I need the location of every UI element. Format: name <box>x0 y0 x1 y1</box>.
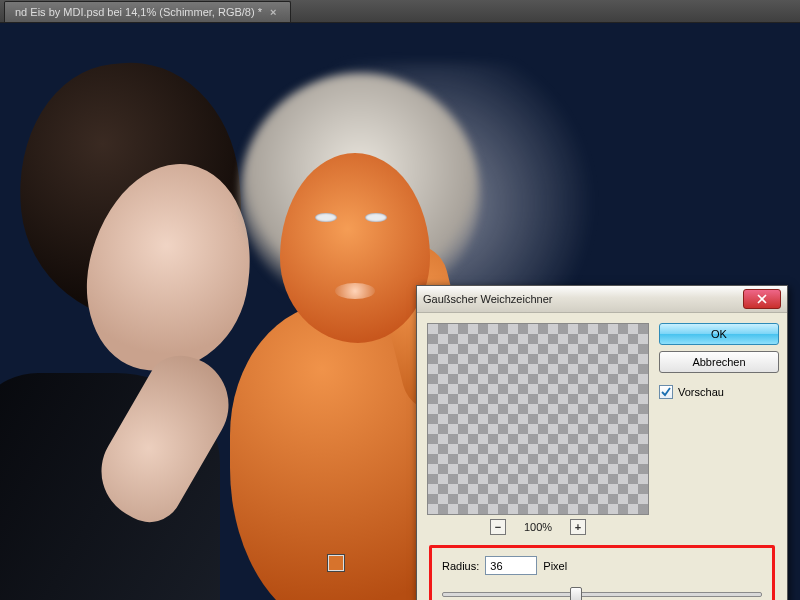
filter-preview[interactable] <box>427 323 649 515</box>
workspace: Gaußscher Weichzeichner − 100% + <box>0 23 800 600</box>
preview-checkbox-label: Vorschau <box>678 386 724 398</box>
document-tab-label: nd Eis by MDI.psd bei 14,1% (Schimmer, R… <box>15 6 262 18</box>
radius-unit-label: Pixel <box>543 560 567 572</box>
document-tab[interactable]: nd Eis by MDI.psd bei 14,1% (Schimmer, R… <box>4 1 291 22</box>
plus-icon: + <box>575 522 581 533</box>
dialog-title: Gaußscher Weichzeichner <box>423 293 743 305</box>
radius-label: Radius: <box>442 560 479 572</box>
dialog-close-button[interactable] <box>743 289 781 309</box>
slider-track <box>442 592 762 597</box>
dialog-titlebar[interactable]: Gaußscher Weichzeichner <box>417 286 787 313</box>
ok-button[interactable]: OK <box>659 323 779 345</box>
close-tab-icon[interactable]: × <box>270 6 276 18</box>
zoom-percent-label: 100% <box>524 521 552 533</box>
checkmark-icon <box>661 387 671 397</box>
cancel-button[interactable]: Abbrechen <box>659 351 779 373</box>
slider-thumb[interactable] <box>570 587 582 600</box>
radius-slider[interactable] <box>442 585 762 600</box>
radius-input[interactable] <box>485 556 537 575</box>
radius-parameter-highlight: Radius: Pixel <box>429 545 775 600</box>
zoom-in-button[interactable]: + <box>570 519 586 535</box>
zoom-out-button[interactable]: − <box>490 519 506 535</box>
minus-icon: − <box>495 522 501 533</box>
document-tab-bar: nd Eis by MDI.psd bei 14,1% (Schimmer, R… <box>0 0 800 23</box>
sample-color-swatch[interactable] <box>328 555 344 571</box>
close-icon <box>757 294 767 304</box>
gaussian-blur-dialog: Gaußscher Weichzeichner − 100% + <box>416 285 788 600</box>
preview-checkbox[interactable] <box>659 385 673 399</box>
preview-zoom-controls: − 100% + <box>427 519 649 535</box>
